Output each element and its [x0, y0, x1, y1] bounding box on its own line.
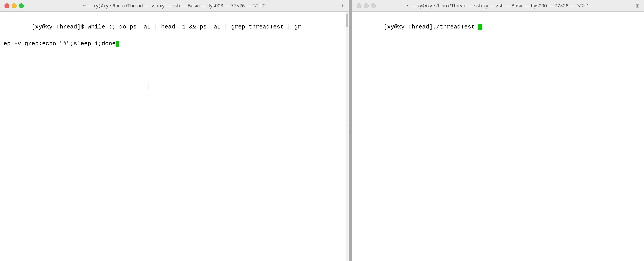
window-left: ~ — xy@xy:~/Linux/Thread — ssh xy — zsh … — [0, 0, 349, 261]
traffic-lights-right — [356, 3, 376, 8]
add-tab-button-left[interactable]: + — [341, 3, 344, 8]
minimize-button-right[interactable] — [364, 3, 369, 8]
terminal-content-right[interactable]: [xy@xy Thread]./threadTest — [352, 12, 644, 261]
divider-dots — [350, 125, 351, 136]
command-text-left: while :; do ps -aL | head -1 && ps -aL |… — [88, 23, 301, 30]
command-text-right: ./threadTest — [432, 23, 478, 30]
terminal-text-left: [xy@xy Thread]$ while :; do ps -aL | hea… — [4, 14, 344, 56]
terminal-content-left[interactable]: [xy@xy Thread]$ while :; do ps -aL | hea… — [0, 12, 349, 261]
window-divider — [349, 0, 352, 261]
maximize-button-right[interactable] — [371, 3, 376, 8]
window-right: ~ — xy@xy:~/Linux/Thread — ssh xy — zsh … — [352, 0, 644, 261]
scrollbar-left[interactable] — [346, 12, 349, 261]
terminal-text-right: [xy@xy Thread]./threadTest — [356, 14, 640, 40]
command-text-left-line2: ep -v grep;echo "#";sleep 1;done — [4, 40, 116, 47]
titlebar-right-controls-right: ⊞ — [636, 3, 640, 8]
window-title-left: ~ — xy@xy:~/Linux/Thread — ssh xy — zsh … — [83, 3, 266, 9]
close-button-right[interactable] — [356, 3, 362, 8]
minimize-button-left[interactable] — [12, 3, 16, 8]
close-button-left[interactable] — [4, 3, 10, 8]
titlebar-right-controls-left: + — [341, 3, 344, 8]
windows-container: ~ — xy@xy:~/Linux/Thread — ssh xy — zsh … — [0, 0, 644, 261]
split-tab-button-right[interactable]: ⊞ — [636, 3, 640, 8]
scrollbar-thumb-left[interactable] — [346, 14, 348, 27]
ibeam-cursor: | — [148, 81, 150, 91]
titlebar-right: ~ — xy@xy:~/Linux/Thread — ssh xy — zsh … — [352, 0, 644, 12]
window-title-right: ~ — xy@xy:~/Linux/Thread — ssh xy — zsh … — [406, 3, 590, 9]
titlebar-left: ~ — xy@xy:~/Linux/Thread — ssh xy — zsh … — [0, 0, 349, 12]
cursor-left — [116, 41, 119, 47]
traffic-lights-left — [4, 3, 24, 8]
maximize-button-left[interactable] — [19, 3, 24, 8]
cursor-right — [478, 24, 482, 30]
prompt-left: [xy@xy Thread]$ — [32, 23, 88, 30]
prompt-right: [xy@xy Thread] — [384, 23, 432, 30]
